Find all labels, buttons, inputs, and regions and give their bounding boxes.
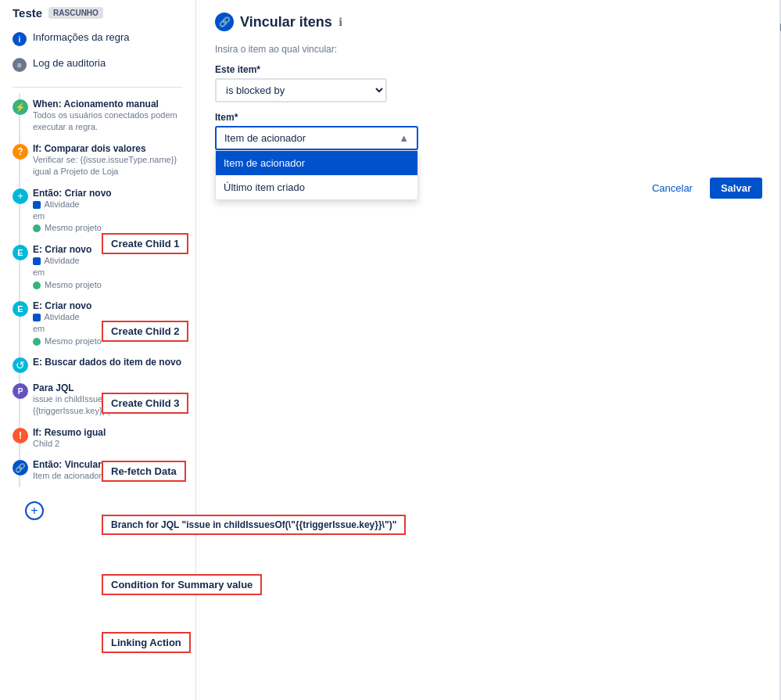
step-create1[interactable]: + Então: Criar novo Atividade em Mesmo p… xyxy=(0,183,195,239)
this-item-label: Este item* xyxy=(215,64,762,75)
step-link[interactable]: 🔗 Então: Vincular item a Item de acionad… xyxy=(0,454,195,486)
activity-icon1 xyxy=(33,201,41,209)
item-dropdown-value: Item de acionador xyxy=(224,132,306,144)
globe-icon3 xyxy=(33,338,41,346)
item-dropdown-trigger[interactable]: Item de acionador ▲ xyxy=(215,126,418,150)
step-create3-title: E: Criar novo xyxy=(33,300,183,311)
activity-icon2 xyxy=(33,257,41,265)
globe-icon2 xyxy=(33,282,41,289)
panel-link-icon: 🔗 xyxy=(215,13,234,31)
save-button[interactable]: Salvar xyxy=(710,178,762,199)
cancel-button[interactable]: Cancelar xyxy=(641,178,704,199)
create1-icon: + xyxy=(13,188,28,204)
create2-icon: E xyxy=(13,245,28,260)
right-panel: 🔗 Vincular itens ℹ Insira o item ao qual… xyxy=(195,0,781,700)
step-create1-subtitle: Atividade em Mesmo projeto xyxy=(33,199,183,235)
sidebar-item-audit-label: Log de auditoria xyxy=(33,57,106,69)
audit-icon: ≡ xyxy=(13,58,27,72)
step-if-title: If: Comparar dois valores xyxy=(33,143,183,154)
panel-title: Vincular itens xyxy=(240,14,332,31)
item-label: Item* xyxy=(215,112,762,123)
chevron-up-icon: ▲ xyxy=(399,132,409,144)
step-jql[interactable]: P Para JQL issue in childIssuesOf("{{tri… xyxy=(0,378,195,422)
sidebar-item-info-label: Informações da regra xyxy=(33,31,130,43)
step-when-title: When: Acionamento manual xyxy=(33,99,183,109)
steps-list: ⚡ When: Acionamento manual Todos os usuá… xyxy=(0,94,195,487)
panel-header: 🔗 Vincular itens ℹ xyxy=(215,13,762,31)
if-icon: ? xyxy=(13,144,28,160)
activity-icon3 xyxy=(33,314,41,321)
item-section: Item* Item de acionador ▲ Item de aciona… xyxy=(215,112,762,165)
link-icon: 🔗 xyxy=(13,460,28,476)
when-icon: ⚡ xyxy=(13,99,28,115)
header-label: Insira o item ao qual vincular: xyxy=(215,44,762,55)
this-item-section: Este item* blocks is blocked by clones i… xyxy=(215,64,762,102)
step-when-subtitle: Todos os usuários conectados podem execu… xyxy=(33,109,183,134)
draft-badge: RASCUNHO xyxy=(48,7,103,19)
this-item-select[interactable]: blocks is blocked by clones is cloned by… xyxy=(215,78,387,102)
panel-info-icon[interactable]: ℹ xyxy=(339,16,342,28)
step-create1-title: Então: Criar novo xyxy=(33,188,183,199)
step-link-title: Então: Vincular item a xyxy=(33,459,183,470)
item-dropdown-menu: Item de acionador Último item criado xyxy=(215,150,418,200)
step-condition[interactable]: ! If: Resumo igual Child 2 xyxy=(0,422,195,454)
step-refetch-title: E: Buscar dados do item de novo xyxy=(33,357,183,368)
dropdown-option-last[interactable]: Último item criado xyxy=(216,175,417,199)
step-create3-subtitle: Atividade em Mesmo projeto xyxy=(33,311,183,347)
jql-icon: P xyxy=(13,383,28,399)
step-create3[interactable]: E E: Criar novo Atividade em Mesmo proje… xyxy=(0,296,195,352)
sidebar-item-audit[interactable]: ≡ Log de auditoria xyxy=(0,52,195,77)
item-dropdown-container: Item de acionador ▲ Item de acionador Úl… xyxy=(215,126,418,150)
sidebar-title: Teste xyxy=(13,6,42,20)
condition-icon: ! xyxy=(13,428,28,443)
sidebar-item-info[interactable]: i Informações da regra xyxy=(0,26,195,52)
step-condition-title: If: Resumo igual xyxy=(33,427,183,438)
step-if-compare[interactable]: ? If: Comparar dois valores Verificar se… xyxy=(0,138,195,183)
step-create2[interactable]: E E: Criar novo Atividade em Mesmo proje… xyxy=(0,239,195,296)
add-step-button[interactable]: + xyxy=(25,501,44,520)
step-jql-subtitle: issue in childIssuesOf("{{triggerIssue.k… xyxy=(33,393,183,418)
dropdown-option-trigger[interactable]: Item de acionador xyxy=(216,151,417,175)
step-link-subtitle: Item de acionador xyxy=(33,470,183,482)
globe-icon1 xyxy=(33,224,41,232)
header-label-section: Insira o item ao qual vincular: xyxy=(215,44,762,55)
step-condition-subtitle: Child 2 xyxy=(33,438,183,450)
divider xyxy=(13,87,183,88)
sidebar: Teste RASCUNHO i Informações da regra ≡ … xyxy=(0,0,195,700)
step-when[interactable]: ⚡ When: Acionamento manual Todos os usuá… xyxy=(0,94,195,138)
refetch-icon: ↺ xyxy=(13,357,28,373)
step-create2-title: E: Criar novo xyxy=(33,244,183,255)
info-icon: i xyxy=(13,32,27,46)
step-refetch[interactable]: ↺ E: Buscar dados do item de novo xyxy=(0,352,195,378)
step-create2-subtitle: Atividade em Mesmo projeto xyxy=(33,255,183,291)
step-if-subtitle: Verificar se: {{issue.issueType.name}} i… xyxy=(33,154,183,178)
step-jql-title: Para JQL xyxy=(33,382,183,393)
create3-icon: E xyxy=(13,301,28,317)
